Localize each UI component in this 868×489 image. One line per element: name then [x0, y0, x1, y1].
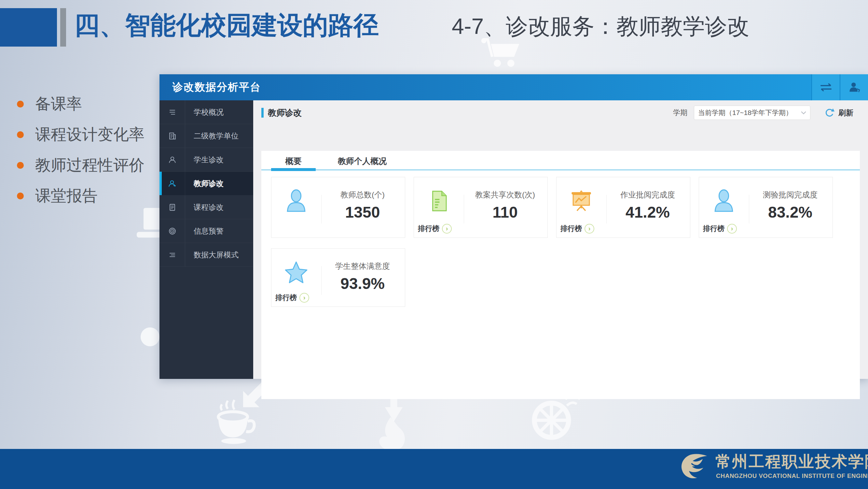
card-label: 教案共享次数(次) [467, 190, 544, 200]
sidebar-item-label: 学生诊改 [194, 155, 224, 165]
list-item: 课堂报告 [17, 180, 145, 211]
watermark-cart-icon [478, 37, 524, 68]
stat-card-student-satisfaction: 学生整体满意度 93.9% 排行榜 › [271, 248, 405, 307]
bullet-text: 课堂报告 [35, 185, 98, 206]
divider [464, 195, 464, 224]
presentation-board-icon [557, 180, 606, 222]
lesson-plan-document-icon [414, 180, 463, 222]
slide-subtitle: 4-7、诊改服务：教师教学诊改 [452, 12, 749, 41]
chevron-right-circle-icon: › [727, 224, 737, 234]
chevron-right-circle-icon: › [585, 224, 594, 234]
rank-link[interactable]: 排行榜 › [275, 293, 309, 303]
stat-card-quiz-review: 测验批阅完成度 83.2% 排行榜 › [699, 177, 833, 238]
semester-label: 学期 [673, 108, 687, 118]
sidebar-item-student-diagnosis[interactable]: 学生诊改 [159, 148, 253, 172]
rank-link[interactable]: 排行榜 › [418, 224, 452, 234]
sidebar-item-label: 课程诊改 [194, 202, 224, 212]
divider [321, 195, 321, 224]
app-title: 诊改数据分析平台 [173, 80, 261, 94]
stat-card-teacher-total: 教师总数(个) 1350 [271, 177, 405, 238]
refresh-label: 刷新 [838, 108, 854, 118]
card-label: 教师总数(个) [324, 190, 401, 200]
person-icon [699, 180, 749, 222]
title-accent-block [0, 8, 57, 47]
list-item: 教师过程性评价 [17, 150, 145, 180]
card-info: 教案共享次数(次) 110 [467, 190, 544, 221]
rank-label: 排行榜 [418, 224, 439, 234]
bullet-dot [17, 101, 24, 108]
sidebar-item-label: 教师诊改 [194, 178, 224, 189]
semester-select-value: 当前学期（17~18学年下学期） [698, 108, 793, 117]
semester-select[interactable]: 当前学期（17~18学年下学期） [694, 106, 810, 120]
title-accent-bar [60, 8, 66, 47]
stat-cards: 教师总数(个) 1350 教案共享次数(次) 110 [261, 171, 860, 399]
rank-link[interactable]: 排行榜 › [560, 224, 594, 234]
slide-canvas: 四、智能化校园建设的路径 4-7、诊改服务：教师教学诊改 备课率 课程设计变化率… [0, 0, 868, 489]
refresh-button[interactable]: 刷新 [825, 108, 854, 118]
card-info: 测验批阅完成度 83.2% [752, 190, 829, 221]
sidebar-item-label: 信息预警 [194, 226, 224, 236]
document-icon [159, 196, 185, 219]
app-header: 诊改数据分析平台 [159, 74, 868, 100]
bullet-dot [17, 193, 24, 199]
stat-card-lesson-shares: 教案共享次数(次) 110 排行榜 › [414, 177, 548, 238]
bullet-text: 课程设计变化率 [35, 124, 145, 145]
card-value: 110 [467, 203, 544, 221]
tab-overview[interactable]: 概要 [271, 151, 316, 171]
watermark-wheel-icon [529, 393, 580, 441]
bullet-text: 备课率 [35, 93, 82, 114]
dashboard-window: 诊改数据分析平台 学校概况 二级教学单位 [159, 74, 868, 379]
institute-name-cn: 常州工程职业技术学院 [715, 451, 868, 472]
menu-lines-icon [159, 100, 185, 124]
screen-lines-icon [159, 243, 185, 266]
sidebar-item-course-diagnosis[interactable]: 课程诊改 [159, 196, 253, 219]
refresh-icon [825, 108, 835, 118]
watermark-hand-icon [371, 415, 410, 451]
sidebar-item-label: 二级教学单位 [194, 131, 239, 141]
institute-logo-icon [680, 453, 711, 481]
page-title-accent [261, 108, 264, 118]
sidebar-item-label: 数据大屏模式 [194, 250, 239, 260]
swap-arrows-button[interactable] [811, 74, 840, 100]
sidebar-item-info-warning[interactable]: 信息预警 [159, 219, 253, 243]
card-label: 学生整体满意度 [324, 261, 401, 271]
watermark-circle [141, 327, 159, 346]
app-body: 学校概况 二级教学单位 学生诊改 教师诊改 课程诊改 [159, 100, 868, 379]
tab-bar: 概要 教师个人概况 [261, 151, 860, 171]
user-icon [848, 82, 860, 93]
card-info: 学生整体满意度 93.9% [324, 261, 401, 292]
watermark-coffee-icon [213, 398, 257, 444]
card-label: 作业批阅完成度 [609, 190, 686, 200]
tab-teacher-personal[interactable]: 教师个人概况 [328, 151, 396, 171]
card-value: 83.2% [752, 203, 829, 221]
sidebar-item-school-overview[interactable]: 学校概况 [159, 100, 253, 124]
rank-link[interactable]: 排行榜 › [703, 224, 737, 234]
bullet-dot [17, 131, 24, 138]
chevron-down-icon [801, 111, 806, 114]
user-button[interactable] [840, 74, 868, 100]
bullet-text: 教师过程性评价 [35, 155, 145, 176]
card-value: 93.9% [324, 275, 401, 292]
sidebar-item-secondary-units[interactable]: 二级教学单位 [159, 124, 253, 148]
sidebar-item-big-screen-mode[interactable]: 数据大屏模式 [159, 243, 253, 267]
swap-arrows-icon [818, 82, 834, 92]
list-item: 备课率 [17, 89, 145, 119]
list-item: 课程设计变化率 [17, 119, 145, 150]
star-icon [272, 252, 321, 293]
sidebar-item-teacher-diagnosis[interactable]: 教师诊改 [159, 172, 253, 196]
card-label: 测验批阅完成度 [752, 190, 829, 200]
chevron-right-circle-icon: › [442, 224, 452, 234]
divider [606, 195, 607, 224]
person-icon [272, 180, 321, 222]
bullet-dot [17, 162, 24, 169]
target-icon [159, 219, 185, 243]
content-panel: 概要 教师个人概况 教师总数(个) 1350 [261, 151, 860, 399]
card-info: 教师总数(个) 1350 [324, 190, 401, 221]
card-info: 作业批阅完成度 41.2% [609, 190, 686, 221]
page-title: 教师诊改 [268, 107, 302, 119]
divider [749, 195, 749, 224]
building-icon [159, 124, 185, 148]
sidebar-item-label: 学校概况 [194, 107, 224, 117]
chevron-right-circle-icon: › [300, 293, 309, 303]
card-value: 1350 [324, 203, 401, 221]
